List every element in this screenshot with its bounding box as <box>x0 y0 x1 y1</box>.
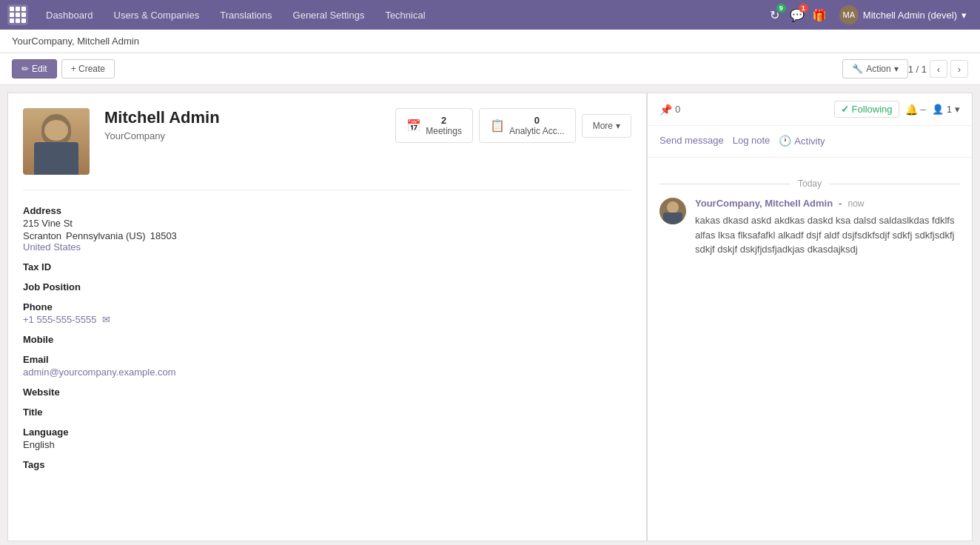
topbar-right: ↻ 9 💬 1 🎁 MA Mitchell Admin (devel) ▾ <box>767 5 973 24</box>
email-label: Email <box>23 354 631 365</box>
language-label: Language <box>23 427 631 438</box>
message-badge[interactable]: 💬 1 <box>789 7 805 23</box>
meetings-button[interactable]: 📅 2 Meetings <box>395 108 473 143</box>
topbar: Dashboard Users & Companies Translations… <box>0 0 980 30</box>
nav-translations[interactable]: Translations <box>209 0 282 30</box>
more-dropdown-icon: ▾ <box>616 121 620 131</box>
language-value: English <box>23 439 631 450</box>
timeline-author: YourCompany, Mitchell Admin <box>695 198 833 209</box>
more-label: More <box>593 121 613 131</box>
user-menu[interactable]: MA Mitchell Admin (devel) ▾ <box>833 5 973 24</box>
address-line1: 215 Vine St <box>23 218 631 229</box>
user-dropdown-icon: ▾ <box>961 10 967 21</box>
email-action-icon[interactable]: ✉ <box>102 314 110 325</box>
following-button[interactable]: ✓ Following <box>834 101 899 118</box>
meetings-label: Meetings <box>426 126 462 136</box>
message-count: 1 <box>799 4 808 13</box>
address-label: Address <box>23 205 631 216</box>
activity-button[interactable]: 🕐 Activity <box>779 133 825 150</box>
field-language: Language English <box>23 427 631 450</box>
phone-label: Phone <box>23 301 631 312</box>
send-message-button[interactable]: Send message <box>660 133 724 150</box>
pin-stat[interactable]: 📌 0 <box>660 104 680 116</box>
wrench-icon: 🔧 <box>852 64 863 74</box>
avatar-image <box>23 108 90 175</box>
main-content: Mitchell Admin YourCompany 📅 2 Meetings … <box>0 85 980 545</box>
edit-icon: ✏ <box>21 64 29 74</box>
job-position-label: Job Position <box>23 281 631 292</box>
analytic-count: 0 <box>509 115 565 126</box>
clock-icon: 🕐 <box>779 135 791 147</box>
field-tags: Tags <box>23 459 631 470</box>
email-value[interactable]: admin@yourcompany.example.com <box>23 367 631 378</box>
home-button[interactable] <box>7 4 28 25</box>
create-button[interactable]: + Create <box>61 59 115 78</box>
nav-technical[interactable]: Technical <box>375 0 435 30</box>
action-label: Action <box>866 64 890 74</box>
timeline-body: YourCompany, Mitchell Admin - now kakas … <box>695 198 960 257</box>
user-label: Mitchell Admin (devel) <box>863 10 957 21</box>
nav-users-companies[interactable]: Users & Companies <box>104 0 210 30</box>
timeline-today-label: Today <box>798 178 822 189</box>
pin-icon: 📌 <box>660 104 672 116</box>
timeline-avatar <box>660 198 686 224</box>
gift-icon: 🎁 <box>811 7 828 23</box>
website-label: Website <box>23 387 631 398</box>
edit-label: Edit <box>32 64 47 74</box>
tax-id-label: Tax ID <box>23 261 631 272</box>
notification-badge[interactable]: ↻ 9 <box>767 7 783 23</box>
field-phone: Phone +1 555-555-5555 ✉ <box>23 301 631 325</box>
record-avatar <box>23 108 90 175</box>
analytic-label: Analytic Acc... <box>509 126 565 136</box>
phone-value[interactable]: +1 555-555-5555 <box>23 314 96 325</box>
create-label: + Create <box>71 64 105 74</box>
next-page-button[interactable]: › <box>950 60 968 78</box>
address-country[interactable]: United States <box>23 241 631 253</box>
field-website: Website <box>23 387 631 398</box>
action-dropdown-icon: ▾ <box>894 64 899 74</box>
more-button[interactable]: More ▾ <box>582 114 631 138</box>
grid-icon <box>10 7 26 23</box>
record-panel: Mitchell Admin YourCompany 📅 2 Meetings … <box>7 93 647 541</box>
chatter-actions: Send message Log note 🕐 Activity <box>648 126 972 158</box>
field-tax-id: Tax ID <box>23 261 631 272</box>
fields-section: Address 215 Vine St Scranton Pennsylvani… <box>8 190 646 494</box>
followers-count[interactable]: 👤 1 ▾ <box>932 104 960 115</box>
prev-page-button[interactable]: ‹ <box>930 60 947 78</box>
record-header: Mitchell Admin YourCompany 📅 2 Meetings … <box>8 93 646 190</box>
address-state: Pennsylvania (US) <box>66 230 146 241</box>
timeline-time: now <box>848 198 864 209</box>
bell-stat[interactable]: 🔔 – <box>905 104 926 116</box>
pin-count: 0 <box>675 104 680 115</box>
analytic-button[interactable]: 📋 0 Analytic Acc... <box>479 108 576 143</box>
nav-general-settings[interactable]: General Settings <box>283 0 375 30</box>
toolbar: ✏ Edit + Create 🔧 Action ▾ 1 / 1 ‹ › <box>0 53 980 85</box>
bell-icon: 🔔 <box>905 104 918 116</box>
record-title-area: Mitchell Admin YourCompany <box>104 108 380 141</box>
nav-dashboard[interactable]: Dashboard <box>36 0 104 30</box>
address-city: Scranton <box>23 230 61 241</box>
meetings-count: 2 <box>426 115 462 126</box>
analytic-icon: 📋 <box>490 118 505 133</box>
field-job-position: Job Position <box>23 281 631 292</box>
field-address: Address 215 Vine St Scranton Pennsylvani… <box>23 205 631 253</box>
address-city-line: Scranton Pennsylvania (US) 18503 <box>23 230 631 241</box>
record-name: Mitchell Admin <box>104 108 380 127</box>
chatter-toolbar: 📌 0 ✓ Following 🔔 – 👤 1 ▾ <box>648 93 972 126</box>
check-icon: ✓ <box>841 104 849 115</box>
field-email: Email admin@yourcompany.example.com <box>23 354 631 378</box>
activity-label: Activity <box>794 136 825 147</box>
timeline-entry: YourCompany, Mitchell Admin - now kakas … <box>660 198 960 257</box>
chatter-timeline: Today YourCompany, Mitchell Admin - now … <box>648 158 972 281</box>
record-company: YourCompany <box>104 130 380 141</box>
field-mobile: Mobile <box>23 334 631 345</box>
edit-button[interactable]: ✏ Edit <box>12 59 57 78</box>
log-note-button[interactable]: Log note <box>733 133 771 150</box>
address-zip: 18503 <box>150 230 177 241</box>
record-actions-bar: 📅 2 Meetings 📋 0 Analytic Acc... More ▾ <box>395 108 631 143</box>
timeline-today-divider: Today <box>660 178 960 189</box>
updates-badge[interactable]: 🎁 <box>811 7 828 23</box>
action-button[interactable]: 🔧 Action ▾ <box>842 59 907 78</box>
timeline-text: kakas dkasd askd akdkas daskd ksa dalsd … <box>695 213 960 257</box>
calendar-icon: 📅 <box>406 118 421 133</box>
